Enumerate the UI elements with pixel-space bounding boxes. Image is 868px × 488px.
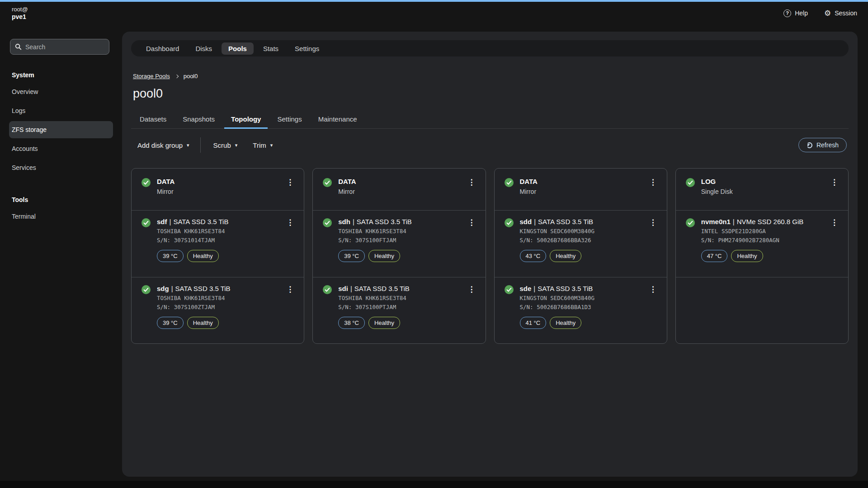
- disk-model: INTEL SSDPE21D280GA: [701, 228, 823, 235]
- tab-settings[interactable]: Settings: [288, 42, 326, 55]
- disk-name: nvme0n1: [701, 218, 731, 225]
- kebab-menu-icon[interactable]: ⋮: [830, 218, 839, 227]
- tab-disks[interactable]: Disks: [189, 42, 219, 55]
- tab-dashboard[interactable]: Dashboard: [139, 42, 186, 55]
- kebab-menu-icon[interactable]: ⋮: [467, 218, 476, 227]
- disk-row-sdg: sdg|SATA SSD 3.5 TiB TOSHIBA KHK61RSE3T8…: [132, 277, 304, 344]
- healthy-check-icon: [142, 178, 151, 187]
- vdev-header: DATAMirror ⋮: [132, 169, 304, 210]
- temperature-badge: 47 °C: [701, 250, 728, 262]
- vdev-card-log: LOGSingle Disk ⋮ nvme0n1|NVMe SSD 260.8 …: [675, 168, 849, 344]
- tab-pool-settings[interactable]: Settings: [270, 112, 308, 129]
- vdev-header: LOGSingle Disk ⋮: [676, 169, 848, 210]
- healthy-check-icon: [142, 218, 151, 227]
- gear-icon: ⚙: [824, 9, 831, 17]
- bottom-strip: [0, 481, 868, 488]
- kebab-menu-icon[interactable]: ⋮: [648, 218, 658, 227]
- host-brand: root@ pve1: [12, 5, 28, 21]
- disk-name: sdi: [338, 285, 348, 292]
- help-icon: ?: [783, 9, 791, 17]
- logged-in-user: root@: [12, 5, 28, 13]
- search-input[interactable]: [25, 43, 104, 51]
- temperature-badge: 43 °C: [520, 250, 547, 262]
- vdev-title: DATA: [520, 178, 538, 185]
- disk-name: sdf: [157, 218, 167, 225]
- disk-name: sde: [520, 285, 532, 292]
- disk-row-nvme0n1: nvme0n1|NVMe SSD 260.8 GiB INTEL SSDPE21…: [676, 210, 848, 277]
- pool-tab-bar: Datasets Snapshots Topology Settings Mai…: [131, 112, 849, 129]
- kebab-menu-icon[interactable]: ⋮: [648, 178, 658, 187]
- healthy-check-icon: [505, 285, 514, 294]
- disk-row-sdi: sdi|SATA SSD 3.5 TiB TOSHIBA KHK61RSE3T8…: [313, 277, 485, 344]
- health-badge: Healthy: [368, 250, 400, 262]
- kebab-menu-icon[interactable]: ⋮: [467, 285, 476, 294]
- healthy-check-icon: [323, 218, 332, 227]
- sidebar-item-overview[interactable]: Overview: [9, 83, 113, 100]
- kebab-menu-icon[interactable]: ⋮: [648, 285, 658, 294]
- tab-topology[interactable]: Topology: [224, 112, 268, 129]
- main-panel: Dashboard Disks Pools Stats Settings Sto…: [122, 32, 858, 477]
- search-box[interactable]: [10, 39, 109, 55]
- tab-pools[interactable]: Pools: [222, 42, 254, 55]
- session-menu[interactable]: ⚙ Session: [824, 9, 857, 17]
- disk-model: TOSHIBA KHK61RSE3T84: [157, 295, 279, 301]
- healthy-check-icon: [505, 178, 514, 187]
- disk-serial: S/N: 307S100FTJAM: [338, 237, 460, 244]
- disk-type-size: SATA SSD 3.5 TiB: [175, 285, 231, 292]
- disk-type-size: SATA SSD 3.5 TiB: [173, 218, 228, 225]
- toolbar-divider: [200, 137, 201, 153]
- tab-stats[interactable]: Stats: [256, 42, 285, 55]
- vdev-title: DATA: [338, 178, 356, 185]
- vdev-header: DATAMirror ⋮: [313, 169, 485, 210]
- kebab-menu-icon[interactable]: ⋮: [285, 178, 295, 187]
- sidebar-item-zfs-storage[interactable]: ZFS storage: [9, 121, 113, 138]
- disk-serial: S/N: 50026B7686BBA326: [520, 237, 642, 244]
- temperature-badge: 39 °C: [157, 317, 184, 329]
- disk-row-sdh: sdh|SATA SSD 3.5 TiB TOSHIBA KHK61RSE3T8…: [313, 210, 485, 277]
- breadcrumb-storage-pools[interactable]: Storage Pools: [133, 73, 170, 80]
- nav-section-system: System: [0, 70, 122, 80]
- trim-button[interactable]: Trim ▾: [248, 139, 277, 152]
- session-label: Session: [835, 9, 857, 17]
- sidebar-item-terminal[interactable]: Terminal: [9, 208, 113, 225]
- refresh-icon: [807, 142, 812, 148]
- tab-snapshots[interactable]: Snapshots: [176, 112, 222, 129]
- kebab-menu-icon[interactable]: ⋮: [830, 178, 839, 187]
- disk-model: TOSHIBA KHK61RSE3T84: [338, 295, 460, 301]
- chevron-down-icon: ▾: [270, 143, 273, 148]
- health-badge: Healthy: [187, 250, 219, 262]
- sidebar-item-logs[interactable]: Logs: [9, 102, 113, 119]
- pool-toolbar: Add disk group ▾ Scrub ▾ Trim ▾ Refresh: [133, 137, 847, 153]
- vdev-header: DATAMirror ⋮: [495, 169, 667, 210]
- disk-model: KINGSTON SEDC600M3840G: [520, 228, 642, 235]
- sidebar-item-services[interactable]: Services: [9, 159, 113, 176]
- refresh-button[interactable]: Refresh: [798, 138, 847, 152]
- empty-slot: [676, 277, 848, 344]
- disk-row-sdd: sdd|SATA SSD 3.5 TiB KINGSTON SEDC600M38…: [495, 210, 667, 277]
- temperature-badge: 38 °C: [338, 317, 365, 329]
- nav-section-tools: Tools: [0, 195, 122, 204]
- vdev-card-data-2: DATAMirror ⋮ sdh|SATA SSD 3.5 TiB TOSHIB…: [312, 168, 486, 344]
- add-disk-group-button[interactable]: Add disk group ▾: [133, 139, 194, 152]
- chevron-down-icon: ▾: [235, 143, 238, 148]
- tab-maintenance[interactable]: Maintenance: [311, 112, 364, 129]
- disk-name: sdh: [338, 218, 350, 225]
- health-badge: Healthy: [187, 317, 219, 329]
- kebab-menu-icon[interactable]: ⋮: [285, 285, 295, 294]
- disk-serial: S/N: 307S100ZTJAM: [157, 304, 279, 310]
- health-badge: Healthy: [550, 250, 581, 262]
- vdev-type: Mirror: [157, 188, 175, 195]
- vdev-type: Mirror: [520, 188, 538, 195]
- sidebar-nav: System Overview Logs ZFS storage Account…: [0, 60, 122, 227]
- chevron-right-icon: [175, 74, 178, 78]
- disk-model: KINGSTON SEDC600M3840G: [520, 295, 642, 301]
- help-menu[interactable]: ? Help: [783, 9, 808, 17]
- sidebar-item-accounts[interactable]: Accounts: [9, 140, 113, 157]
- temperature-badge: 39 °C: [157, 250, 184, 262]
- tab-datasets[interactable]: Datasets: [133, 112, 173, 129]
- page-title: pool0: [133, 87, 847, 101]
- kebab-menu-icon[interactable]: ⋮: [285, 218, 295, 227]
- kebab-menu-icon[interactable]: ⋮: [467, 178, 476, 187]
- disk-row-sdf: sdf|SATA SSD 3.5 TiB TOSHIBA KHK61RSE3T8…: [132, 210, 304, 277]
- scrub-button[interactable]: Scrub ▾: [209, 139, 242, 152]
